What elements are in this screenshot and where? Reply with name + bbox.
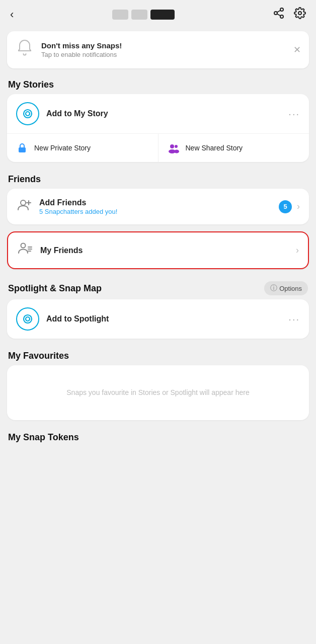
spotlight-header: Spotlight & Snap Map bbox=[8, 283, 102, 294]
snap-tokens-header: My Snap Tokens bbox=[0, 427, 316, 447]
svg-point-5 bbox=[298, 12, 301, 15]
my-friends-row[interactable]: My Friends › bbox=[8, 232, 308, 268]
lock-icon bbox=[15, 141, 29, 155]
svg-point-21 bbox=[24, 315, 32, 323]
back-button[interactable]: ‹ bbox=[10, 8, 14, 21]
my-friends-label: My Friends bbox=[40, 246, 83, 255]
story-sub-row: New Private Story New Shared Story bbox=[7, 134, 309, 162]
svg-point-20 bbox=[26, 317, 30, 321]
more-dots-icon[interactable]: ··· bbox=[288, 108, 300, 120]
add-to-spotlight-row[interactable]: Add to Spotlight ··· bbox=[7, 299, 309, 339]
header: ‹ bbox=[0, 0, 316, 27]
header-center bbox=[112, 10, 175, 20]
notif-close-button[interactable]: ✕ bbox=[293, 44, 301, 55]
favourites-card: Snaps you favourite in Stories or Spotli… bbox=[7, 365, 309, 420]
add-friends-card[interactable]: Add Friends 5 Snapchatters added you! 5 … bbox=[7, 189, 309, 224]
add-friends-label: Add Friends bbox=[39, 198, 117, 207]
spotlight-left: Add to Spotlight bbox=[16, 307, 109, 331]
svg-point-7 bbox=[24, 110, 32, 118]
add-friends-sub: 5 Snapchatters added you! bbox=[39, 208, 117, 215]
svg-point-12 bbox=[174, 150, 179, 153]
my-stories-card: Add to My Story ··· New Private Story bbox=[7, 94, 309, 162]
add-to-story-row[interactable]: Add to My Story ··· bbox=[7, 94, 309, 134]
pill-3-active bbox=[150, 10, 175, 20]
friends-header: Friends bbox=[0, 169, 316, 189]
add-friends-badge: 5 bbox=[279, 200, 292, 213]
svg-point-16 bbox=[21, 244, 26, 248]
notif-text: Don't miss any Snaps! Tap to enable noti… bbox=[41, 41, 122, 58]
spotlight-more-dots-icon[interactable]: ··· bbox=[288, 313, 300, 325]
favourites-empty-text: Snaps you favourite in Stories or Spotli… bbox=[66, 388, 249, 396]
new-shared-story-button[interactable]: New Shared Story bbox=[159, 134, 309, 162]
share-icon[interactable] bbox=[273, 7, 285, 22]
group-icon bbox=[167, 141, 181, 155]
bell-icon bbox=[15, 38, 34, 61]
spotlight-card[interactable]: Add to Spotlight ··· bbox=[7, 299, 309, 339]
my-friends-chevron-icon: › bbox=[296, 245, 299, 256]
add-story-label: Add to My Story bbox=[46, 109, 108, 118]
pill-1 bbox=[112, 10, 128, 20]
svg-point-10 bbox=[175, 145, 178, 148]
new-private-label: New Private Story bbox=[34, 144, 91, 152]
add-friend-icon bbox=[16, 197, 32, 216]
new-private-story-button[interactable]: New Private Story bbox=[7, 134, 159, 162]
notif-subtitle: Tap to enable notifications bbox=[41, 51, 122, 58]
spotlight-options-button[interactable]: ⓘ Options bbox=[264, 281, 308, 295]
chevron-right-icon: › bbox=[297, 201, 300, 212]
add-friends-left: Add Friends 5 Snapchatters added you! bbox=[16, 197, 117, 216]
my-friends-card[interactable]: My Friends › bbox=[7, 231, 309, 269]
svg-point-13 bbox=[21, 200, 26, 205]
svg-line-3 bbox=[277, 14, 281, 16]
my-friends-left: My Friends bbox=[17, 240, 83, 260]
svg-point-9 bbox=[170, 144, 174, 148]
gear-icon[interactable] bbox=[294, 7, 306, 22]
svg-line-4 bbox=[277, 11, 281, 13]
notif-title: Don't miss any Snaps! bbox=[41, 41, 122, 50]
add-friends-text: Add Friends 5 Snapchatters added you! bbox=[39, 198, 117, 215]
header-left: ‹ bbox=[10, 8, 14, 21]
header-right bbox=[273, 7, 306, 22]
new-shared-label: New Shared Story bbox=[186, 144, 243, 152]
svg-point-6 bbox=[26, 112, 30, 116]
options-label: Options bbox=[279, 285, 302, 292]
spotlight-camera-icon bbox=[16, 307, 39, 331]
my-friends-icon bbox=[17, 240, 33, 260]
notification-banner[interactable]: Don't miss any Snaps! Tap to enable noti… bbox=[7, 31, 309, 68]
spotlight-label: Add to Spotlight bbox=[46, 314, 109, 324]
notif-left: Don't miss any Snaps! Tap to enable noti… bbox=[15, 38, 122, 61]
info-icon: ⓘ bbox=[270, 284, 277, 293]
camera-icon bbox=[16, 102, 39, 125]
add-friends-row[interactable]: Add Friends 5 Snapchatters added you! 5 … bbox=[7, 189, 309, 224]
my-friends-right: › bbox=[296, 245, 299, 256]
pill-2 bbox=[131, 10, 147, 20]
favourites-header: My Favourites bbox=[0, 346, 316, 365]
svg-rect-8 bbox=[19, 147, 26, 152]
my-stories-header: My Stories bbox=[0, 74, 316, 94]
story-main-left: Add to My Story bbox=[16, 102, 108, 125]
add-friends-right: 5 › bbox=[279, 200, 300, 213]
spotlight-header-row: Spotlight & Snap Map ⓘ Options bbox=[0, 276, 316, 299]
